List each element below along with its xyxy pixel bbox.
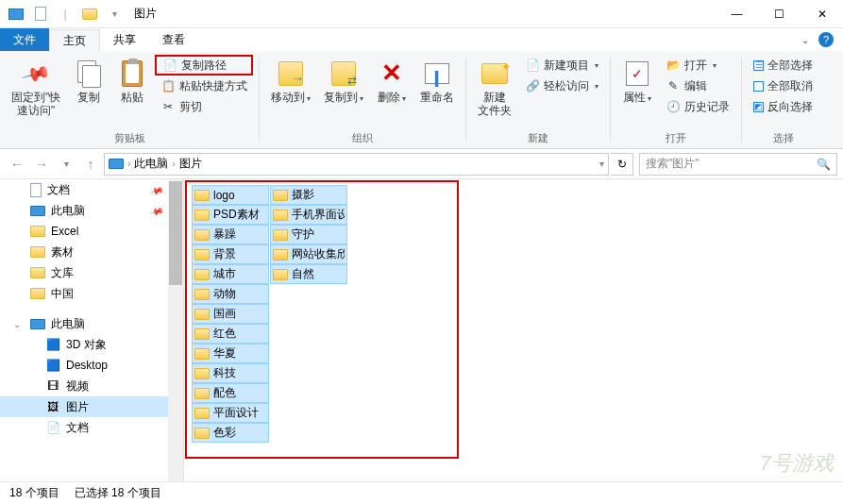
folder-item[interactable]: 配色: [192, 383, 269, 403]
folder-item[interactable]: 手机界面设计: [270, 205, 347, 225]
folder-icon: [194, 289, 210, 300]
folder-item[interactable]: 华夏: [192, 344, 269, 363]
select-all-icon: ☰: [753, 60, 764, 71]
folder-item[interactable]: 科技: [192, 363, 269, 383]
refresh-button[interactable]: ↻: [611, 153, 633, 176]
folder-item[interactable]: 平面设计: [192, 403, 269, 423]
qat-dropdown-icon[interactable]: ▾: [104, 4, 125, 25]
pin-icon: 📌: [20, 58, 52, 89]
folder-icon: [194, 388, 210, 399]
nav-item[interactable]: 文档📌: [0, 179, 183, 200]
nav-item[interactable]: 素材: [0, 242, 183, 262]
folder-icon: [30, 288, 45, 299]
tab-view[interactable]: 查看: [149, 28, 198, 51]
new-folder-icon: [481, 63, 508, 84]
nav-this-pc[interactable]: ⌄ 此电脑: [0, 313, 183, 334]
open-icon: 📂: [666, 58, 681, 73]
pin-to-quick-access-button[interactable]: 📌 固定到"快 速访问": [6, 55, 66, 120]
scissors-icon: [160, 99, 176, 114]
back-button[interactable]: ←: [6, 153, 28, 176]
paste-button[interactable]: 粘贴: [111, 55, 153, 106]
new-folder-button[interactable]: 新建 文件夹: [472, 55, 517, 120]
forward-button[interactable]: →: [30, 153, 53, 176]
cut-button[interactable]: 剪切: [155, 96, 253, 117]
paste-shortcut-button[interactable]: 📋 粘贴快捷方式: [155, 76, 253, 96]
nav-item[interactable]: 文库: [0, 262, 183, 283]
recent-dropdown[interactable]: ▾: [55, 153, 77, 176]
minimize-button[interactable]: —: [716, 0, 758, 28]
invert-selection-button[interactable]: ◩ 反向选择: [748, 96, 818, 117]
copy-to-button[interactable]: 复制到▾: [318, 55, 369, 106]
properties-button[interactable]: 属性▾: [616, 55, 658, 106]
move-to-button[interactable]: 移动到▾: [265, 55, 316, 106]
folder-item[interactable]: PSD素材: [192, 205, 269, 225]
nav-item[interactable]: 中国: [0, 283, 183, 304]
open-button[interactable]: 📂 打开▾: [660, 55, 735, 76]
edit-button[interactable]: ✎ 编辑: [660, 76, 735, 96]
folder-item[interactable]: 色彩: [192, 423, 269, 443]
folder-item[interactable]: 暴躁: [192, 225, 269, 244]
folder-item[interactable]: 红色: [192, 324, 269, 344]
easy-access-button[interactable]: 🔗 轻松访问▾: [519, 76, 604, 96]
file-pane[interactable]: logoPSD素材暴躁背景城市动物国画红色华夏科技配色平面设计色彩摄影手机界面设…: [184, 179, 843, 481]
ribbon: 📌 固定到"快 速访问" 复制 粘贴 📄 复制路径 📋 粘贴快捷方式: [0, 51, 843, 149]
address-dropdown-icon[interactable]: ▾: [599, 159, 604, 169]
breadcrumb-root[interactable]: 此电脑: [134, 156, 168, 172]
folder-item[interactable]: 自然: [270, 264, 347, 284]
folder-item[interactable]: 摄影: [270, 185, 347, 205]
folder-item[interactable]: logo: [192, 185, 269, 205]
folder-label: 华夏: [213, 345, 236, 361]
search-placeholder: 搜索"图片": [646, 156, 700, 172]
folder-item[interactable]: 背景: [192, 244, 269, 264]
chevron-down-icon[interactable]: ⌄: [13, 319, 21, 329]
nav-item-label: 图片: [66, 399, 89, 415]
folder-icon: [30, 246, 45, 258]
nav-item[interactable]: 🟦Desktop: [0, 355, 183, 376]
new-item-button[interactable]: 📄 新建项目▾: [519, 55, 604, 76]
chevron-right-icon[interactable]: ›: [127, 159, 130, 169]
clipboard-icon: [122, 60, 143, 87]
delete-button[interactable]: ✕ 删除▾: [371, 55, 413, 106]
maximize-button[interactable]: ☐: [758, 0, 801, 28]
edit-icon: ✎: [666, 78, 681, 93]
tab-home[interactable]: 主页: [49, 29, 100, 52]
breadcrumb-current[interactable]: 图片: [179, 156, 202, 172]
select-none-icon: [753, 81, 764, 92]
folder-icon: [194, 229, 210, 241]
qat-folder-icon[interactable]: [79, 4, 100, 25]
3d-icon: 🟦: [45, 337, 60, 352]
help-icon[interactable]: ?: [818, 32, 834, 47]
address-bar[interactable]: › 此电脑 › 图片 ▾: [104, 153, 609, 176]
folder-item[interactable]: 国画: [192, 304, 269, 324]
history-button[interactable]: 🕘 历史记录: [660, 96, 735, 117]
chevron-right-icon[interactable]: ›: [172, 159, 175, 169]
video-icon: 🎞: [45, 378, 60, 394]
nav-item[interactable]: 此电脑📌: [0, 200, 183, 221]
tab-file[interactable]: 文件: [0, 28, 49, 51]
nav-scrollbar[interactable]: [168, 179, 183, 481]
tab-share[interactable]: 共享: [100, 28, 149, 51]
copy-path-button[interactable]: 📄 复制路径: [155, 55, 253, 76]
rename-button[interactable]: 重命名: [414, 55, 460, 106]
folder-item[interactable]: 动物: [192, 284, 269, 304]
folder-item[interactable]: 城市: [192, 264, 269, 284]
select-all-button[interactable]: ☰ 全部选择: [748, 55, 818, 76]
folder-item[interactable]: 守护: [270, 225, 347, 244]
folder-item[interactable]: 网站收集欣赏: [270, 244, 347, 264]
folder-icon: [194, 408, 210, 419]
nav-item[interactable]: 📄文档: [0, 417, 183, 438]
status-selected-count: 已选择 18 个项目: [75, 485, 161, 501]
copy-button[interactable]: 复制: [68, 55, 110, 106]
ribbon-collapse-icon[interactable]: ⌄: [801, 35, 809, 45]
qat-app-icon[interactable]: [6, 4, 26, 25]
nav-item[interactable]: 🎞视频: [0, 376, 183, 396]
select-none-button[interactable]: 全部取消: [748, 76, 818, 96]
nav-item[interactable]: 🟦3D 对象: [0, 334, 183, 355]
qat-properties-icon[interactable]: [30, 4, 51, 25]
up-button[interactable]: ↑: [79, 153, 102, 176]
search-input[interactable]: 搜索"图片" 🔍: [639, 153, 837, 176]
nav-item[interactable]: Excel: [0, 221, 183, 242]
nav-item[interactable]: 🖼图片: [0, 396, 183, 417]
explorer-body: 文档📌此电脑📌Excel素材文库中国 ⌄ 此电脑 🟦3D 对象🟦Desktop🎞…: [0, 179, 843, 481]
close-button[interactable]: ✕: [801, 0, 843, 28]
